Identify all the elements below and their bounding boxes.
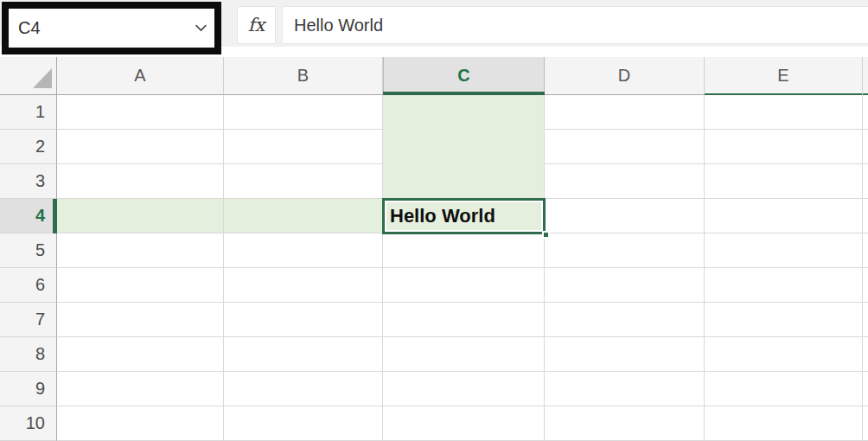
cell-c1[interactable] bbox=[383, 95, 545, 130]
cell-a3[interactable] bbox=[57, 164, 224, 199]
cell-next-partial-8[interactable] bbox=[863, 337, 868, 372]
cell-b5[interactable] bbox=[224, 233, 383, 268]
row-header-8[interactable]: 8 bbox=[0, 337, 57, 372]
selected-cell-value: Hello World bbox=[383, 205, 495, 227]
cell-e10[interactable] bbox=[705, 406, 863, 441]
cell-d1[interactable] bbox=[545, 95, 705, 130]
cell-e2[interactable] bbox=[705, 130, 863, 164]
cell-next-partial-2[interactable] bbox=[863, 130, 868, 164]
cell-next-partial-6[interactable] bbox=[863, 268, 868, 303]
cell-b1[interactable] bbox=[224, 95, 383, 130]
cell-b9[interactable] bbox=[224, 372, 383, 406]
cell-d6[interactable] bbox=[545, 268, 705, 303]
cell-e6[interactable] bbox=[705, 268, 863, 303]
cell-a1[interactable] bbox=[57, 95, 224, 130]
cell-a10[interactable] bbox=[57, 406, 224, 441]
column-header-b[interactable]: B bbox=[224, 57, 383, 95]
formula-bar-input[interactable]: Hello World bbox=[282, 6, 868, 44]
cell-c8[interactable] bbox=[383, 337, 545, 372]
column-header-next-partial[interactable] bbox=[863, 57, 868, 95]
sheet-row-4: 4Hello World bbox=[0, 199, 868, 233]
cell-a7[interactable] bbox=[57, 303, 224, 337]
cell-d5[interactable] bbox=[545, 233, 705, 268]
cell-next-partial-10[interactable] bbox=[863, 406, 868, 441]
cell-next-partial-4[interactable] bbox=[863, 199, 868, 233]
cell-next-partial-3[interactable] bbox=[863, 164, 868, 199]
cell-d3[interactable] bbox=[545, 164, 705, 199]
cell-a8[interactable] bbox=[57, 337, 224, 372]
column-header-d[interactable]: D bbox=[545, 57, 705, 95]
cell-a6[interactable] bbox=[57, 268, 224, 303]
cell-c6[interactable] bbox=[383, 268, 545, 303]
cell-a9[interactable] bbox=[57, 372, 224, 406]
fx-icon: fx bbox=[248, 15, 265, 35]
cell-b8[interactable] bbox=[224, 337, 383, 372]
row-header-4[interactable]: 4 bbox=[0, 199, 57, 233]
sheet-row-6: 6 bbox=[0, 268, 868, 303]
cell-d2[interactable] bbox=[545, 130, 705, 164]
cell-b10[interactable] bbox=[224, 406, 383, 441]
column-header-row: ABCDE bbox=[0, 57, 868, 95]
cell-c5[interactable] bbox=[383, 233, 545, 268]
cell-a4[interactable] bbox=[57, 199, 224, 233]
sheet-row-8: 8 bbox=[0, 337, 868, 372]
cell-c9[interactable] bbox=[383, 372, 545, 406]
row-header-10[interactable]: 10 bbox=[0, 406, 57, 441]
sheet-grid: 1234Hello World5678910 bbox=[0, 95, 868, 441]
cell-a5[interactable] bbox=[57, 233, 224, 268]
cell-b3[interactable] bbox=[224, 164, 383, 199]
select-all-button[interactable] bbox=[0, 57, 57, 95]
cell-b6[interactable] bbox=[224, 268, 383, 303]
name-box[interactable]: C4 bbox=[9, 9, 214, 48]
cell-d9[interactable] bbox=[545, 372, 705, 406]
cell-e7[interactable] bbox=[705, 303, 863, 337]
cell-b7[interactable] bbox=[224, 303, 383, 337]
formula-bar-value: Hello World bbox=[294, 16, 383, 35]
excel-window: C4 fx Hello World ABCDE 1234Hello World5… bbox=[0, 0, 868, 441]
cell-c3[interactable] bbox=[383, 164, 545, 199]
column-header-e[interactable]: E bbox=[705, 57, 863, 95]
cell-c2[interactable] bbox=[383, 130, 545, 164]
column-header-a[interactable]: A bbox=[57, 57, 224, 95]
cell-d8[interactable] bbox=[545, 337, 705, 372]
sheet-row-3: 3 bbox=[0, 164, 868, 199]
row-header-9[interactable]: 9 bbox=[0, 372, 57, 406]
sheet-row-7: 7 bbox=[0, 303, 868, 337]
cell-c7[interactable] bbox=[383, 303, 545, 337]
cell-next-partial-5[interactable] bbox=[863, 233, 868, 268]
row-header-6[interactable]: 6 bbox=[0, 268, 57, 303]
row-header-3[interactable]: 3 bbox=[0, 164, 57, 199]
cell-next-partial-9[interactable] bbox=[863, 372, 868, 406]
row-header-7[interactable]: 7 bbox=[0, 303, 57, 337]
row-header-5[interactable]: 5 bbox=[0, 233, 57, 268]
cell-e9[interactable] bbox=[705, 372, 863, 406]
column-header-c[interactable]: C bbox=[383, 57, 545, 95]
row-header-1[interactable]: 1 bbox=[0, 95, 57, 130]
cell-b2[interactable] bbox=[224, 130, 383, 164]
sheet-row-1: 1 bbox=[0, 95, 868, 130]
cell-c10[interactable] bbox=[383, 406, 545, 441]
fill-handle[interactable] bbox=[542, 231, 550, 239]
cell-d4[interactable] bbox=[545, 199, 705, 233]
sheet-row-9: 9 bbox=[0, 372, 868, 406]
cell-next-partial-1[interactable] bbox=[863, 95, 868, 130]
cell-e4[interactable] bbox=[705, 199, 863, 233]
cell-e3[interactable] bbox=[705, 164, 863, 199]
sheet-row-5: 5 bbox=[0, 233, 868, 268]
cell-c4-selected[interactable]: Hello World bbox=[383, 199, 545, 233]
cell-e8[interactable] bbox=[705, 337, 863, 372]
row-header-2[interactable]: 2 bbox=[0, 130, 57, 164]
name-box-highlight-border: C4 bbox=[2, 2, 221, 54]
cell-e1[interactable] bbox=[705, 95, 863, 130]
cell-next-partial-7[interactable] bbox=[863, 303, 868, 337]
cell-d10[interactable] bbox=[545, 406, 705, 441]
chevron-down-icon[interactable] bbox=[195, 24, 207, 32]
insert-function-button[interactable]: fx bbox=[237, 6, 276, 44]
sheet-row-2: 2 bbox=[0, 130, 868, 164]
select-all-triangle-icon bbox=[31, 66, 54, 90]
cell-a2[interactable] bbox=[57, 130, 224, 164]
sheet-row-10: 10 bbox=[0, 406, 868, 441]
cell-d7[interactable] bbox=[545, 303, 705, 337]
cell-e5[interactable] bbox=[705, 233, 863, 268]
cell-b4[interactable] bbox=[224, 199, 383, 233]
